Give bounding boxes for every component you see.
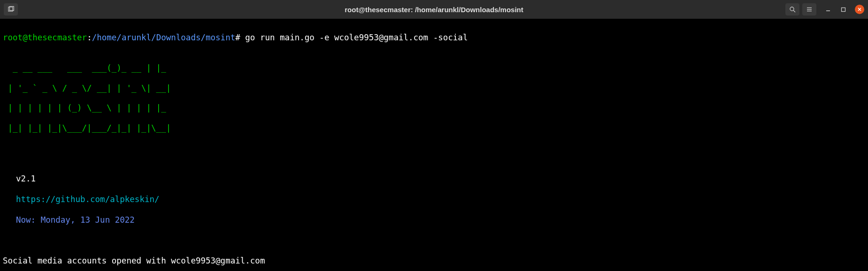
version-text: v2.1 [16,174,36,183]
minimize-icon [825,7,831,12]
social-email: wcole9953@gmail.com [171,256,265,265]
prompt-colon: : [87,33,92,42]
ascii-line-4: |_| |_| |_|\___/|___/_|_| |_|\__| [3,123,865,133]
version-line: v2.1 [3,174,865,184]
search-button[interactable] [785,3,799,15]
minimize-button[interactable] [825,6,831,13]
hamburger-icon [806,6,813,13]
prompt-hash: # [235,33,240,42]
command-text: go run main.go -e wcole9953@gmail.com -s… [245,33,468,42]
close-icon [857,7,862,12]
blank-line [3,154,865,164]
svg-point-2 [790,7,794,11]
new-tab-icon [8,6,14,13]
window-controls [825,5,864,14]
terminal-body[interactable]: root@thesecmaster:/home/arunkl/Downloads… [0,19,868,271]
repo-url: https://github.com/alpkeskin/ [16,195,160,204]
social-header-line: Social media accounts opened with wcole9… [3,256,865,266]
ascii-line-3: | | | | | | (_) \__ \ | | | | |_ [3,103,865,113]
new-tab-button[interactable] [4,3,18,15]
close-button[interactable] [855,5,864,14]
now-line: Now: Monday, 13 Jun 2022 [3,215,865,226]
search-icon [789,6,796,13]
menu-button[interactable] [802,3,816,15]
titlebar: root@thesecmaster: /home/arunkl/Download… [0,0,868,19]
svg-line-3 [793,10,795,12]
maximize-icon [841,7,846,12]
blank-line-2 [3,236,865,246]
maximize-button[interactable] [840,6,846,13]
ascii-line-1: _ __ ___ ___ ___(_)_ __ | |_ [3,63,865,73]
titlebar-left [4,3,18,15]
prompt-path: /home/arunkl/Downloads/mosint [92,33,236,42]
ascii-line-2: | '_ ` _ \ / _ \/ __| | '_ \| __| [3,83,865,93]
svg-rect-8 [841,8,845,11]
window-title: root@thesecmaster: /home/arunkl/Download… [345,6,523,14]
social-prefix: Social media accounts opened with [3,256,171,265]
ascii-banner: _ __ ___ ___ ___(_)_ __ | |_ | '_ ` _ \ … [3,53,865,143]
url-line: https://github.com/alpkeskin/ [3,195,865,205]
prompt-user: root@thesecmaster [3,33,87,42]
now-text: Now: Monday, 13 Jun 2022 [16,215,135,225]
titlebar-right [785,3,864,15]
command-line: root@thesecmaster:/home/arunkl/Downloads… [3,33,865,43]
